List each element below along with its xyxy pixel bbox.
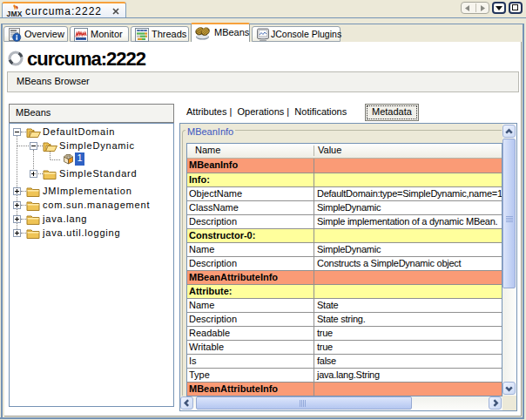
svg-text:JMX: JMX: [7, 10, 23, 18]
